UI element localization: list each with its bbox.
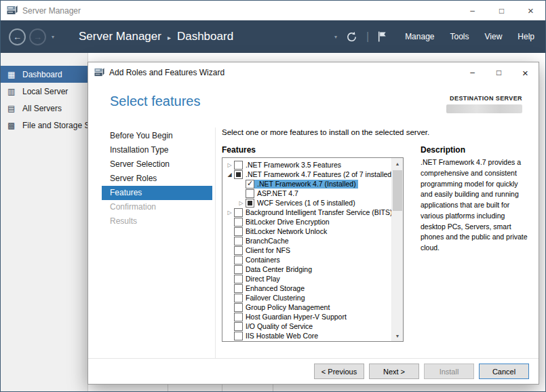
feature-label: BitLocker Drive Encryption <box>246 218 330 226</box>
back-button[interactable]: ← <box>9 28 26 45</box>
breadcrumb-separator-icon: ▸ <box>168 33 171 41</box>
feature-checkbox[interactable] <box>234 208 243 217</box>
close-button[interactable]: × <box>516 1 545 20</box>
scroll-down-icon[interactable]: ▼ <box>392 330 403 341</box>
feature-row[interactable]: BitLocker Drive Encryption <box>222 217 391 227</box>
feature-row-inner: BitLocker Drive Encryption <box>234 218 332 227</box>
feature-checkbox[interactable] <box>234 246 243 255</box>
feature-row[interactable]: BranchCache <box>222 236 391 246</box>
window-title: Server Manager <box>22 6 81 16</box>
feature-checkbox[interactable] <box>234 303 243 312</box>
feature-row[interactable]: WCF Services (1 of 5 installed) <box>222 198 391 208</box>
feature-checkbox[interactable] <box>234 294 243 302</box>
feature-label: .NET Framework 3.5 Features <box>246 161 341 169</box>
feature-checkbox[interactable] <box>234 265 243 274</box>
wizard-footer: < PreviousNext >InstallCancel <box>88 358 539 384</box>
feature-row[interactable]: .NET Framework 3.5 Features <box>222 160 391 170</box>
wizard-minimize-button[interactable]: – <box>459 62 486 83</box>
menu-manage[interactable]: Manage <box>405 32 434 41</box>
feature-checkbox[interactable] <box>234 161 243 170</box>
feature-row-inner: .NET Framework 3.5 Features <box>234 161 343 170</box>
feature-checkbox[interactable] <box>234 313 243 321</box>
expander-icon[interactable] <box>225 208 234 217</box>
feature-row-inner: ASP.NET 4.7 <box>246 189 300 198</box>
previous-button[interactable]: < Previous <box>314 364 364 379</box>
feature-checkbox[interactable] <box>234 170 243 179</box>
install-button: Install <box>424 364 474 379</box>
destination-server-redacted <box>446 104 522 113</box>
breadcrumb-current[interactable]: Dashboard <box>177 30 233 43</box>
notifications-flag-icon[interactable] <box>378 31 387 42</box>
feature-label: WCF Services (1 of 5 installed) <box>257 199 355 207</box>
wizard-close-button[interactable]: × <box>512 62 539 83</box>
wizard-step-before-you-begin[interactable]: Before You Begin <box>102 129 212 143</box>
wizard-step-features[interactable]: Features <box>102 186 212 200</box>
feature-checkbox[interactable] <box>234 227 243 236</box>
wizard-step-installation-type[interactable]: Installation Type <box>102 143 212 157</box>
maximize-button[interactable]: □ <box>487 1 516 20</box>
breadcrumb-root[interactable]: Server Manager <box>79 30 161 43</box>
feature-row[interactable]: Data Center Bridging <box>222 264 391 274</box>
feature-row-inner: Data Center Bridging <box>234 265 314 274</box>
minimize-button[interactable]: – <box>458 1 487 20</box>
menu-view[interactable]: View <box>485 32 503 41</box>
feature-row[interactable]: IIS Hostable Web Core <box>222 331 391 340</box>
feature-row[interactable]: .NET Framework 4.7 Features (2 of 7 inst… <box>222 170 391 179</box>
feature-row-inner: I/O Quality of Service <box>234 322 315 331</box>
cancel-button[interactable]: Cancel <box>479 364 529 379</box>
feature-checkbox[interactable] <box>234 256 243 264</box>
expander-icon[interactable] <box>237 199 246 208</box>
sidebar-item-local-server[interactable]: ▥Local Server <box>1 83 87 100</box>
feature-row[interactable]: .NET Framework 4.7 (Installed) <box>222 179 391 189</box>
feature-row[interactable]: Containers <box>222 255 391 264</box>
feature-checkbox[interactable] <box>246 189 254 198</box>
feature-row-inner: BitLocker Network Unlock <box>234 227 329 236</box>
feature-row[interactable]: I/O Quality of Service <box>222 321 391 331</box>
feature-row-inner: Client for NFS <box>234 246 292 255</box>
feature-row[interactable]: BitLocker Network Unlock <box>222 227 391 236</box>
features-listbox[interactable]: .NET Framework 3.5 Features.NET Framewor… <box>222 157 404 342</box>
feature-checkbox[interactable] <box>234 275 243 283</box>
next-button[interactable]: Next > <box>369 364 419 379</box>
breadcrumb: Server Manager ▸ Dashboard <box>79 30 233 43</box>
scroll-up-icon[interactable]: ▲ <box>392 158 403 169</box>
feature-row[interactable]: Failover Clustering <box>222 293 391 302</box>
sidebar-item-all-servers[interactable]: ▤All Servers <box>1 100 87 117</box>
sidebar-item-dashboard[interactable]: ▦Dashboard <box>1 66 87 83</box>
feature-row-inner: Host Guardian Hyper-V Support <box>234 313 349 321</box>
menu-help[interactable]: Help <box>518 32 534 41</box>
feature-row[interactable]: Direct Play <box>222 274 391 283</box>
feature-checkbox[interactable] <box>246 180 254 189</box>
feature-checkbox[interactable] <box>234 332 243 340</box>
feature-row[interactable]: Client for NFS <box>222 246 391 255</box>
wizard-maximize-button[interactable]: □ <box>486 62 512 83</box>
refresh-icon[interactable] <box>346 31 357 43</box>
feature-row[interactable]: ASP.NET 4.7 <box>222 189 391 198</box>
scrollbar[interactable]: ▲ ▼ <box>391 158 403 341</box>
feature-checkbox[interactable] <box>234 322 243 331</box>
expander-icon[interactable] <box>225 161 234 170</box>
wizard-step-server-roles[interactable]: Server Roles <box>102 172 212 186</box>
feature-row-inner: Failover Clustering <box>234 294 307 302</box>
feature-row[interactable]: Enhanced Storage <box>222 283 391 293</box>
expander-icon[interactable] <box>225 170 234 179</box>
scrollbar-thumb[interactable] <box>393 170 402 211</box>
sidebar-item-file-and-storage-s[interactable]: ▩File and Storage S <box>1 117 87 134</box>
feature-checkbox[interactable] <box>234 237 243 246</box>
feature-row[interactable]: Host Guardian Hyper-V Support <box>222 312 391 321</box>
feature-label: Data Center Bridging <box>246 265 312 273</box>
sidebar-item-label: Dashboard <box>22 70 62 79</box>
menu-tools[interactable]: Tools <box>450 32 469 41</box>
history-caret-icon[interactable]: ▾ <box>52 34 54 40</box>
feature-checkbox[interactable] <box>246 199 254 208</box>
dashboard-icon: ▦ <box>7 70 18 79</box>
feature-checkbox[interactable] <box>234 284 243 293</box>
feature-row[interactable]: Background Intelligent Transfer Service … <box>222 208 391 217</box>
wizard-step-server-selection[interactable]: Server Selection <box>102 157 212 172</box>
feature-label: .NET Framework 4.7 Features (2 of 7 inst… <box>246 170 391 178</box>
refresh-caret-icon[interactable]: ▾ <box>334 34 337 40</box>
features-label: Features <box>222 145 256 155</box>
feature-row-inner: BranchCache <box>234 237 291 246</box>
feature-checkbox[interactable] <box>234 218 243 227</box>
feature-row[interactable]: Group Policy Management <box>222 302 391 312</box>
